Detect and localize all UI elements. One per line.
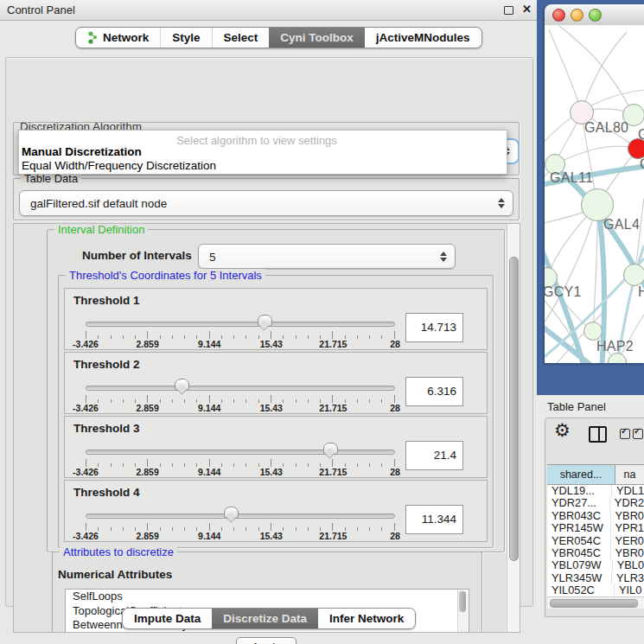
node-label: GCY1: [545, 284, 582, 300]
node-label: GA: [638, 127, 644, 143]
slider-thumb[interactable]: [323, 443, 338, 455]
table-row[interactable]: YBR043CYBR0: [547, 510, 644, 522]
thresholds-section-title: Threshold's Coordinates for 5 Intervals: [66, 269, 265, 282]
slider-track[interactable]: [86, 322, 395, 327]
control-panel: Control Panel ✕ Network Style Select Cyn…: [0, 0, 538, 644]
table-row[interactable]: YBR045CYBR0: [547, 547, 644, 559]
node-table: shared... na YDL19...YDL1 YDR27...YDR2 Y…: [547, 464, 644, 596]
slider-thumb[interactable]: [175, 379, 189, 391]
list-item[interactable]: SelfLoops: [66, 590, 469, 604]
tick-mark: [209, 459, 210, 467]
slider-scale: -3.4262.8599.14415.4321.71528: [86, 403, 395, 413]
scrollbar-thumb[interactable]: [550, 599, 638, 608]
table-row[interactable]: YPR145WYPR1: [547, 522, 644, 534]
tick-mark: [394, 395, 395, 403]
tick-mark: [147, 395, 148, 403]
slider-ticks: [86, 459, 395, 467]
top-tab-bar: Network Style Select Cyni Toolbox jActiv…: [75, 27, 482, 48]
tick-mark: [86, 395, 86, 403]
tab-style[interactable]: Style: [160, 28, 211, 48]
panel-title: Control Panel: [7, 3, 75, 16]
slider-track[interactable]: [86, 450, 395, 455]
option-equal-width-frequency[interactable]: Equal Width/Frequency Discretization: [22, 159, 216, 172]
tick-mark: [394, 459, 395, 467]
slider-scale: -3.4262.8599.14415.4321.71528: [86, 531, 395, 541]
tab-select[interactable]: Select: [212, 28, 270, 48]
threshold-panel-1: Threshold 1 -3.4262.8599.14415.4321.7152…: [64, 288, 488, 350]
threshold-slider[interactable]: -3.4262.8599.14415.4321.71528: [86, 318, 395, 348]
slider-track[interactable]: [86, 513, 395, 519]
tick-mark: [209, 395, 210, 403]
tab-cyni-toolbox[interactable]: Cyni Toolbox: [269, 28, 365, 48]
slider-track[interactable]: [86, 386, 395, 391]
threshold-panel-2: Threshold 2 -3.4262.8599.14415.4321.7152…: [64, 352, 488, 414]
table-header: shared... na: [547, 465, 644, 485]
threshold-value-field[interactable]: 21.4: [405, 441, 463, 470]
network-icon: [87, 31, 99, 44]
checkbox-icon[interactable]: [633, 429, 643, 439]
column-header-shared-name[interactable]: shared...: [547, 465, 615, 484]
table-row[interactable]: YDL19...YDL1: [547, 485, 644, 497]
tick-mark: [147, 331, 148, 339]
slider-ticks: [86, 331, 395, 339]
tick-mark: [147, 459, 148, 467]
threshold-panel-3: Threshold 3 -3.4262.8599.14415.4321.7152…: [64, 416, 488, 478]
slider-thumb[interactable]: [224, 507, 239, 519]
scrollbar-thumb[interactable]: [509, 257, 519, 561]
network-window: GAL80 GA C GAL11 GAL4 GCY1 H HAP2: [545, 4, 644, 363]
minimize-traffic-light-icon[interactable]: [571, 9, 583, 22]
threshold-value-field[interactable]: 11.344: [405, 505, 463, 534]
table-row[interactable]: YLR345WYLR3: [547, 572, 644, 584]
threshold-slider[interactable]: -3.4262.8599.14415.4321.71528: [86, 382, 395, 411]
tick-mark: [86, 331, 86, 339]
float-icon[interactable]: [504, 6, 513, 15]
tab-jactivemnodules[interactable]: jActiveMNodules: [365, 28, 481, 48]
tick-mark: [332, 395, 333, 403]
gear-icon[interactable]: ⚙: [554, 420, 571, 441]
threshold-label: Threshold 4: [73, 486, 140, 499]
table-row[interactable]: YDR27...YDR2: [547, 497, 644, 509]
tab-network[interactable]: Network: [76, 28, 160, 48]
threshold-slider[interactable]: -3.4262.8599.14415.4321.71528: [86, 446, 395, 475]
slider-thumb[interactable]: [258, 315, 272, 327]
close-icon[interactable]: ✕: [522, 3, 532, 16]
settings-scroll-panel: Interval Definition Number of Intervals …: [13, 223, 520, 633]
network-node[interactable]: [623, 264, 644, 286]
tick-mark: [209, 523, 210, 531]
option-manual-discretization[interactable]: Manual Discretization: [22, 145, 142, 158]
threshold-value-field[interactable]: 14.713: [405, 313, 463, 342]
table-data-value: galFiltered.sif default node: [30, 197, 167, 210]
cyni-toolbox-content: Discretization Algorithm Select algorith…: [5, 57, 533, 607]
network-window-titlebar[interactable]: [545, 4, 644, 26]
table-row[interactable]: YER054CYER0: [547, 535, 644, 547]
tick-mark: [394, 523, 395, 531]
tab-infer-network[interactable]: Infer Network: [318, 609, 415, 628]
column-header-name[interactable]: na: [615, 465, 644, 484]
slider-ticks: [86, 523, 395, 531]
threshold-label: Threshold 1: [73, 294, 140, 307]
network-canvas[interactable]: GAL80 GA C GAL11 GAL4 GCY1 H HAP2: [545, 25, 644, 363]
table-row[interactable]: YIL052CYIL0: [547, 584, 644, 596]
table-row[interactable]: YBL079WYBL0: [547, 559, 644, 571]
interval-definition-section: Interval Definition Number of Intervals …: [47, 229, 505, 552]
table-horizontal-scrollbar[interactable]: [547, 596, 644, 609]
threshold-slider[interactable]: -3.4262.8599.14415.4321.71528: [86, 510, 395, 539]
table-data-combobox[interactable]: galFiltered.sif default node: [19, 190, 513, 216]
network-node[interactable]: [583, 322, 603, 341]
tab-discretize-data[interactable]: Discretize Data: [212, 609, 318, 628]
tab-impute-data[interactable]: Impute Data: [123, 609, 212, 628]
tick-mark: [271, 331, 271, 339]
threshold-panel-4: Threshold 4 -3.4262.8599.14415.4321.7152…: [64, 480, 488, 542]
threshold-value-field[interactable]: 6.316: [405, 377, 463, 406]
apply-button[interactable]: Apply: [236, 637, 296, 644]
number-of-intervals-combobox[interactable]: 5: [198, 244, 456, 269]
table-panel-title: Table Panel: [547, 400, 606, 413]
panel-scrollbar[interactable]: [507, 224, 520, 632]
combo-arrows-icon: [498, 198, 505, 208]
checkbox-icon[interactable]: [620, 429, 630, 439]
bottom-tab-bar: Impute Data Discretize Data Infer Networ…: [122, 608, 416, 629]
zoom-traffic-light-icon[interactable]: [589, 9, 602, 22]
close-traffic-light-icon[interactable]: [552, 9, 565, 22]
split-columns-icon[interactable]: [589, 426, 607, 443]
list-scrollbar[interactable]: [457, 590, 468, 633]
